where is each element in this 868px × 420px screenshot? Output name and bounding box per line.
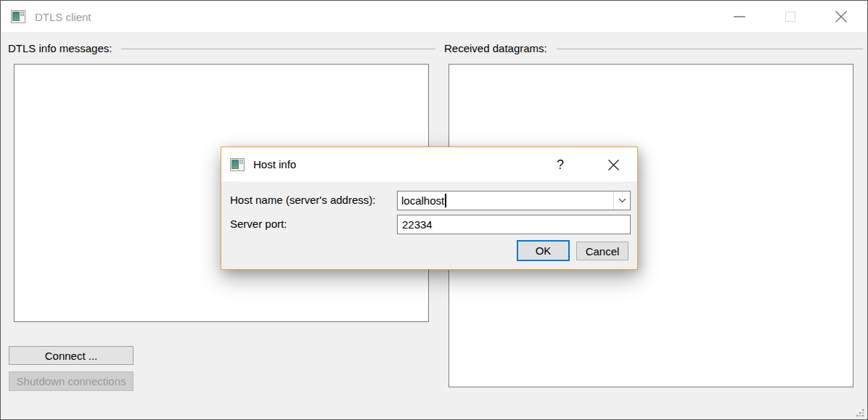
server-port-field[interactable]: 22334 [397, 215, 631, 234]
main-window: DTLS client DTLS info messages: [0, 0, 868, 420]
text-caret [445, 194, 446, 207]
chevron-down-icon[interactable] [613, 192, 630, 210]
maximize-button[interactable] [765, 1, 816, 32]
resize-grip-icon[interactable] [856, 408, 865, 417]
dtls-messages-group-line [121, 49, 435, 49]
minimize-icon [732, 9, 748, 25]
connect-button[interactable]: Connect ... [9, 346, 134, 365]
maximize-icon [782, 9, 798, 25]
dialog-titlebar[interactable]: Host info ? [221, 147, 637, 181]
server-port-label: Server port: [230, 218, 287, 230]
dialog-close-button[interactable] [599, 153, 628, 176]
host-name-value: localhost [401, 194, 444, 207]
window-controls [714, 1, 867, 32]
close-button[interactable] [816, 1, 867, 32]
cancel-button[interactable]: Cancel [576, 242, 629, 260]
shutdown-connections-button[interactable]: Shutdown connections [9, 371, 134, 391]
dtls-messages-group-label: DTLS info messages: [8, 42, 112, 54]
host-name-combobox[interactable]: localhost [397, 191, 631, 210]
close-icon [833, 9, 849, 25]
close-icon [607, 159, 620, 171]
ok-button[interactable]: OK [517, 240, 570, 261]
app-icon [11, 10, 25, 23]
help-button[interactable]: ? [548, 154, 573, 176]
received-datagrams-group-line [557, 49, 863, 49]
main-titlebar[interactable]: DTLS client [1, 1, 867, 32]
dialog-app-icon [230, 158, 245, 171]
dialog-title: Host info [253, 158, 296, 170]
window-title: DTLS client [35, 11, 91, 23]
host-info-dialog: Host info ? Host name (server's address)… [221, 147, 638, 270]
host-name-label: Host name (server's address): [230, 194, 375, 206]
minimize-button[interactable] [714, 1, 765, 32]
received-datagrams-group-label: Received datagrams: [444, 42, 547, 54]
